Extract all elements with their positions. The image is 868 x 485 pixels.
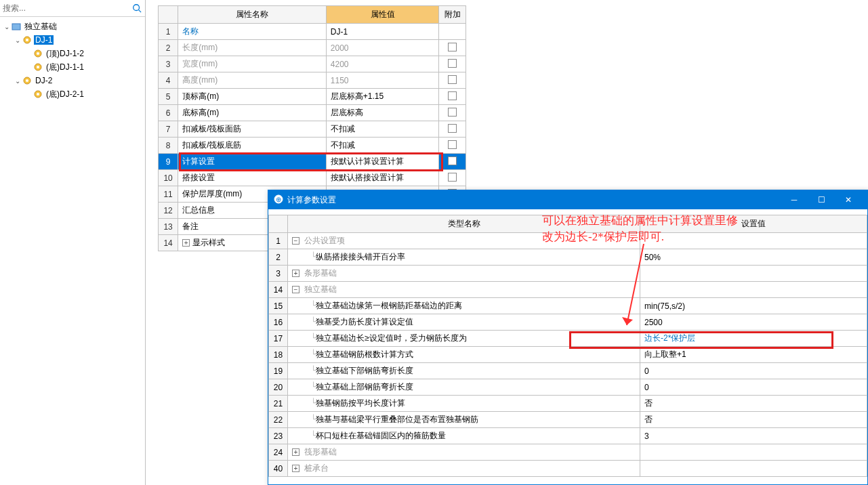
extra-cell[interactable]: [439, 89, 466, 105]
checkbox[interactable]: [448, 43, 457, 51]
setvalue-cell[interactable]: [640, 282, 867, 298]
expand-toggle[interactable]: +: [292, 465, 299, 472]
checkbox[interactable]: [448, 75, 457, 84]
property-row[interactable]: 10搭接设置按默认搭接设置计算: [159, 170, 466, 186]
property-row[interactable]: 4高度(mm)1150: [159, 72, 466, 89]
value-cell[interactable]: 不扣减: [326, 138, 439, 154]
calc-row[interactable]: 19└ 独立基础下部钢筋弯折长度0: [269, 363, 867, 379]
extra-cell[interactable]: [439, 121, 466, 138]
tree-item-dj1-bot[interactable]: (底)DJ-1-1: [0, 60, 145, 74]
setvalue-cell[interactable]: [640, 266, 867, 282]
value-cell[interactable]: 2000: [326, 40, 439, 56]
calc-row[interactable]: 18└ 独立基础钢筋根数计算方式向上取整+1: [269, 347, 867, 363]
calc-row[interactable]: 21└ 独基钢筋按平均长度计算否: [269, 396, 867, 412]
calc-row[interactable]: 40+ 桩承台: [269, 461, 867, 477]
checkbox[interactable]: [448, 59, 457, 68]
setvalue-cell[interactable]: 2500: [640, 314, 867, 331]
search-icon[interactable]: [131, 3, 142, 14]
checkbox[interactable]: [448, 173, 457, 182]
extra-cell[interactable]: [439, 154, 466, 170]
setvalue-cell[interactable]: 向上取整+1: [640, 347, 867, 363]
property-row[interactable]: 5顶标高(m)层底标高+1.15: [159, 89, 466, 105]
checkbox[interactable]: [448, 124, 457, 133]
value-cell[interactable]: DJ-1: [326, 24, 439, 40]
tree-label: DJ-2: [34, 76, 54, 85]
chevron-down-icon[interactable]: ⌄: [14, 77, 22, 85]
calc-row[interactable]: 17└ 独立基础边长≥设定值时，受力钢筋长度为边长-2*保护层: [269, 331, 867, 347]
property-row[interactable]: 9计算设置按默认计算设置计算: [159, 154, 466, 170]
svg-text:⊕: ⊕: [276, 196, 281, 203]
setvalue-cell[interactable]: 否: [640, 396, 867, 412]
setvalue-cell[interactable]: 0: [640, 363, 867, 379]
extra-cell[interactable]: [439, 24, 466, 40]
setvalue-cell[interactable]: 50%: [640, 249, 867, 266]
setvalue-cell[interactable]: [640, 444, 867, 461]
rownum-cell: 8: [159, 138, 178, 154]
calc-row[interactable]: 24+ 筏形基础: [269, 444, 867, 461]
setvalue-cell[interactable]: 0: [640, 379, 867, 396]
expand-toggle[interactable]: +: [292, 448, 299, 456]
extra-cell[interactable]: [439, 170, 466, 186]
calc-row[interactable]: 14− 独立基础: [269, 282, 867, 298]
dialog-titlebar[interactable]: ⊕ 计算参数设置 ─ ☐ ✕: [268, 190, 867, 209]
maximize-button[interactable]: ☐: [808, 190, 835, 209]
setvalue-cell[interactable]: 3: [640, 428, 867, 444]
calc-row[interactable]: 20└ 独立基础上部钢筋弯折长度0: [269, 379, 867, 396]
calc-row[interactable]: 16└ 独基受力筋长度计算设定值2500: [269, 314, 867, 331]
calc-row[interactable]: 2└ 纵筋搭接接头错开百分率50%: [269, 249, 867, 266]
checkbox[interactable]: [448, 140, 457, 149]
calc-row[interactable]: 23└ 杯口短柱在基础锚固区内的箍筋数量3: [269, 428, 867, 444]
value-cell[interactable]: 不扣减: [326, 121, 439, 138]
value-cell[interactable]: 4200: [326, 56, 439, 72]
chevron-down-icon[interactable]: ⌄: [14, 37, 22, 44]
tree-item-dj1[interactable]: ⌄ DJ-1: [0, 33, 145, 47]
extra-cell[interactable]: [439, 138, 466, 154]
checkbox[interactable]: [448, 108, 457, 117]
chevron-down-icon[interactable]: ⌄: [3, 23, 11, 30]
close-button[interactable]: ✕: [835, 190, 862, 209]
extra-cell[interactable]: [439, 56, 466, 72]
extra-cell[interactable]: [439, 40, 466, 56]
setvalue-cell[interactable]: [640, 461, 867, 477]
value-cell[interactable]: 1150: [326, 72, 439, 89]
rownum-cell: 3: [159, 56, 178, 72]
calc-row[interactable]: 22└ 独基与基础梁平行重叠部位是否布置独基钢筋否: [269, 412, 867, 428]
svg-rect-2: [12, 24, 20, 30]
value-cell[interactable]: 层底标高: [326, 105, 439, 121]
minimize-button[interactable]: ─: [781, 190, 808, 209]
calc-row[interactable]: 15└ 独立基础边缘第一根钢筋距基础边的距离min(75,s/2): [269, 298, 867, 314]
tree-item-dj1-top[interactable]: (顶)DJ-1-2: [0, 47, 145, 60]
gear-icon: [33, 62, 43, 72]
name-header: 属性名称: [178, 6, 327, 24]
setvalue-cell[interactable]: 边长-2*保护层: [640, 331, 867, 347]
expand-toggle[interactable]: −: [292, 286, 299, 293]
dialog-icon: ⊕: [274, 194, 283, 206]
value-cell[interactable]: 按默认搭接设置计算: [326, 170, 439, 186]
property-row[interactable]: 6底标高(m)层底标高: [159, 105, 466, 121]
expand-toggle[interactable]: −: [292, 237, 299, 245]
expand-toggle[interactable]: +: [182, 239, 190, 247]
tree-item-dj2-bot[interactable]: (底)DJ-2-1: [0, 87, 145, 101]
tree-item-dj2[interactable]: ⌄ DJ-2: [0, 74, 145, 87]
calc-row[interactable]: 3+ 条形基础: [269, 266, 867, 282]
expand-toggle[interactable]: +: [292, 270, 299, 277]
property-row[interactable]: 1名称DJ-1: [159, 24, 466, 40]
property-row[interactable]: 2长度(mm)2000: [159, 40, 466, 56]
setvalue-cell[interactable]: min(75,s/2): [640, 298, 867, 314]
property-row[interactable]: 3宽度(mm)4200: [159, 56, 466, 72]
checkbox[interactable]: [448, 91, 457, 100]
setvalue-cell[interactable]: 否: [640, 412, 867, 428]
annotation-arrow: [617, 244, 657, 339]
value-cell[interactable]: 按默认计算设置计算: [326, 154, 439, 170]
checkbox[interactable]: [448, 156, 457, 165]
value-cell[interactable]: 层底标高+1.15: [326, 89, 439, 105]
typename-cell: └ 杯口短柱在基础锚固区内的箍筋数量: [288, 428, 640, 444]
search-input[interactable]: [3, 3, 131, 13]
name-cell: 顶标高(m): [178, 89, 327, 105]
extra-cell[interactable]: [439, 105, 466, 121]
property-row[interactable]: 8扣减板/筏板底筋不扣减: [159, 138, 466, 154]
extra-cell[interactable]: [439, 72, 466, 89]
tree-root[interactable]: ⌄ 独立基础: [0, 20, 145, 33]
tree-label: (底)DJ-1-1: [45, 62, 85, 73]
property-row[interactable]: 7扣减板/筏板面筋不扣减: [159, 121, 466, 138]
